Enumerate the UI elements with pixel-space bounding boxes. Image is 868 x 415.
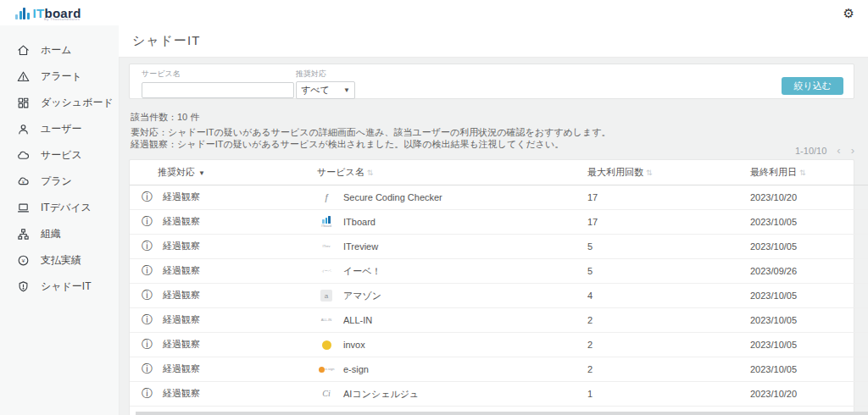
status-label: 経過観察 [163,216,200,226]
column-header-2[interactable]: サービス名⇅ [316,160,587,185]
svg-text:¥: ¥ [22,180,25,185]
table-row[interactable]: ⓘ経過観察invox22023/10/05 [130,333,868,357]
info-icon[interactable]: ⓘ [142,214,154,230]
result-count: 該当件数：10 件 [131,111,199,124]
sidebar-item-label: ホーム [41,43,72,58]
recommended-action-select[interactable]: すべて ▼ [296,81,355,99]
info-icon[interactable]: ⓘ [142,337,154,352]
info-icon[interactable]: ⓘ [142,288,154,303]
sidebar-item-label: 組織 [41,227,61,241]
sort-icon[interactable]: ⇅ [367,169,374,177]
last-used-date: 2023/10/20 [749,185,868,210]
column-header-3[interactable]: 最大利用回数⇅ [587,160,749,185]
service-cloud-icon [17,149,30,162]
status-label: 経過観察 [163,314,200,324]
column-header-1[interactable]: 推奨対応▼ [130,160,316,185]
last-used-date: 2023/10/20 [749,382,868,407]
service-name-label: サービス名 [142,69,294,80]
invox-icon [317,337,336,352]
sidebar-item-plan[interactable]: ¥プラン [0,169,119,195]
status-label: 経過観察 [163,339,200,349]
payment-icon: ¥ [17,254,30,267]
filter-submit-button[interactable]: 絞り込む [782,77,843,95]
column-label: 最大利用回数 [587,167,643,177]
max-usage-count: 5 [587,259,749,284]
last-used-date: 2023/09/26 [749,259,868,284]
status-label: 経過観察 [163,191,200,202]
sidebar-item-service-cloud[interactable]: サービス [0,142,119,169]
chevron-down-icon: ▼ [343,86,350,94]
column-header-4[interactable]: 最終利用日⇅ [749,160,868,185]
max-usage-count: 5 [587,235,749,259]
table-row[interactable]: ⓘ経過観察ITrevITreview52023/10/05 [130,235,868,259]
max-usage-count: 4 [587,284,749,308]
max-usage-count: 1 [587,382,749,407]
table-row[interactable]: ⓘ経過観察ALL-INALL-IN22023/10/05 [130,308,868,333]
table-row[interactable]: ⓘ経過観察aアマゾン42023/10/05 [130,284,868,308]
table-row[interactable]: ⓘ経過観察e-signe-sign22023/10/05 [130,357,868,382]
sidebar-item-dashboard[interactable]: ダッシュボード [0,90,119,116]
sidebar-item-it-device[interactable]: ITデバイス [0,195,119,221]
title-band: シャドーIT [119,25,868,58]
bottom-strip [136,412,868,415]
max-usage-count: 17 [587,185,749,210]
service-name: ITboard [343,217,376,227]
table-row[interactable]: ⓘ経過観察ƒSecure Coding Checker172023/10/20 [130,185,868,210]
shadow-it-icon [17,280,30,293]
it-device-icon [17,202,30,214]
info-icon[interactable]: ⓘ [142,386,154,401]
service-name: アマゾン [343,290,381,302]
alert-icon [17,70,30,83]
info-icon[interactable]: ⓘ [142,313,154,328]
eve-icon: イーベ [317,263,336,279]
sidebar-item-organization[interactable]: 組織 [0,221,119,247]
sidebar-item-alert[interactable]: アラート [0,64,119,90]
last-used-date: 2023/10/05 [749,333,868,357]
info-icon[interactable]: ⓘ [142,239,154,254]
user-icon [17,123,30,136]
max-usage-count: 2 [587,357,749,382]
service-name: ALL-IN [343,315,372,325]
sidebar-item-label: アラート [41,69,82,84]
info-icon[interactable]: ⓘ [142,190,154,205]
sidebar-item-home[interactable]: ホーム [0,37,119,64]
info-icon[interactable]: ⓘ [142,263,154,279]
logo-tagline: By ThousandGates [44,17,80,21]
column-label: 推奨対応 [158,167,195,177]
table-row[interactable]: ⓘ経過観察ITboardITboard172023/10/05 [130,210,868,235]
service-name: ITreview [343,241,378,252]
service-name: AIコンシェルジュ [343,388,419,401]
notice-line: 要対応：シャドーITの疑いがあるサービスの詳細画面へ進み、該当ユーザーの利用状況… [131,126,610,138]
last-used-date: 2023/10/05 [749,284,868,308]
service-name: イーベ！ [343,265,381,278]
service-name: e-sign [343,364,369,374]
service-name-input[interactable] [142,82,294,98]
recommended-action-value: すべて [301,84,330,97]
max-usage-count: 2 [587,333,749,357]
status-label: 経過観察 [163,363,200,374]
last-used-date: 2023/10/05 [749,308,868,333]
sidebar-item-user[interactable]: ユーザー [0,116,119,142]
services-table-card: 推奨対応▼サービス名⇅最大利用回数⇅最終利用日⇅ ⓘ経過観察ƒSecure Co… [129,159,854,415]
sidebar-item-label: シャドーIT [41,279,92,294]
sidebar-item-payment[interactable]: ¥支払実績 [0,247,119,274]
page-title: シャドーIT [132,33,200,49]
sidebar-item-label: サービス [41,148,82,163]
chevron-right-icon[interactable]: › [851,145,854,156]
table-row[interactable]: ⓘ経過観察CiAIコンシェルジュ12023/10/20 [130,382,868,407]
table-row[interactable]: ⓘ経過観察イーベイーベ！52023/09/26 [130,259,868,284]
last-used-date: 2023/10/05 [749,235,868,259]
chevron-left-icon[interactable]: ‹ [837,145,840,156]
sidebar-item-label: ユーザー [41,122,82,136]
column-label: 最終利用日 [750,167,797,177]
sidebar-item-shadow-it[interactable]: シャドーIT [0,274,119,300]
sort-desc-icon[interactable]: ▼ [198,169,205,177]
service-name: Secure Coding Checker [343,192,442,202]
top-bar: ITboard By ThousandGates ⚙ [0,0,868,26]
sort-icon[interactable]: ⇅ [646,169,653,177]
sidebar-item-label: 支払実績 [41,253,81,268]
ai-concierge-icon: Ci [317,386,336,401]
info-icon[interactable]: ⓘ [142,362,154,377]
gear-icon[interactable]: ⚙ [843,7,854,19]
sort-icon[interactable]: ⇅ [799,169,806,177]
